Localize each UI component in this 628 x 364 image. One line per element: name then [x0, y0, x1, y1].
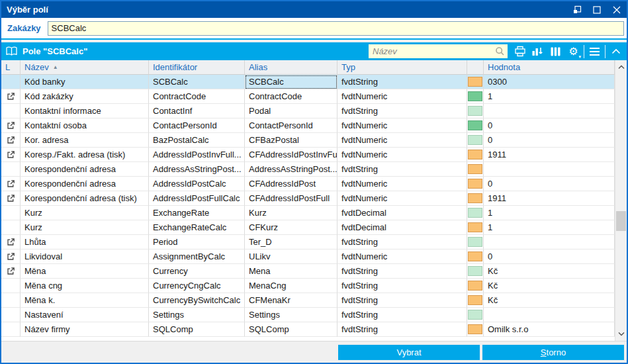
cell-identifikator: CurrencyBySwitchCalc [149, 293, 245, 308]
type-color-swatch [468, 77, 482, 87]
restore-icon[interactable] [567, 1, 587, 18]
type-color-swatch [468, 179, 482, 189]
external-link-icon[interactable] [7, 179, 15, 188]
type-color-swatch [468, 310, 482, 320]
external-link-icon[interactable] [7, 92, 15, 101]
cell-alias: Settings [245, 308, 337, 322]
cell-typ: fvdtString [337, 162, 467, 177]
external-link-icon[interactable] [7, 194, 15, 203]
table-row[interactable]: Kód zakázky ContractCode ContractCode fv… [1, 89, 615, 104]
header-identifikator[interactable]: Identifikátor [149, 60, 245, 75]
table-row[interactable]: Měna Currency Mena fvdtString Kč [1, 264, 615, 279]
menu-icon[interactable] [586, 42, 604, 60]
cell-hodnota: Kč [484, 279, 615, 293]
storno-button[interactable]: Storno [482, 345, 624, 360]
cell-nazev: Kód zakázky [21, 89, 149, 104]
header-typ[interactable]: Typ [337, 60, 467, 75]
settings-gear-icon[interactable]: ⚙ ▾ [564, 42, 582, 60]
cell-typ: fvdtNumeric [337, 89, 467, 104]
table-row[interactable]: Kód banky SCBCalc SCBCalc fvdtString 030… [1, 75, 615, 89]
scroll-up-icon[interactable] [615, 62, 627, 73]
cell-nazev: Likvidoval [21, 250, 149, 264]
collapse-panel-icon[interactable] [607, 42, 625, 60]
cell-identifikator: ContractCode [149, 89, 245, 104]
dialog-vyber-poli: Výběr polí Zakázky Pole "SCBCalc" [0, 0, 628, 364]
cell-nazev: Kontaktní informace [21, 104, 149, 118]
cell-alias: ContactPersonId [245, 118, 337, 133]
external-link-icon[interactable] [7, 238, 15, 246]
cell-nazev: Korespondenční adresa [21, 177, 149, 191]
table-row[interactable]: Korespondenční adresa AddressIdPostCalc … [1, 177, 615, 191]
sort-ascending-icon: ▲ [53, 64, 58, 70]
table-row[interactable]: Korespondenční adresa AddressAsStringPos… [1, 162, 615, 177]
header-nazev[interactable]: Název ▲ [21, 60, 149, 75]
parameter-row: Zakázky [1, 18, 627, 38]
type-color-swatch [468, 164, 482, 174]
vertical-scrollbar[interactable] [615, 60, 627, 341]
chart-icon[interactable] [529, 42, 547, 60]
cell-identifikator: ContactPersonId [149, 118, 245, 133]
cell-identifikator: Currency [149, 264, 245, 279]
cell-hodnota [484, 104, 615, 118]
cell-typ: fvdtString [337, 104, 467, 118]
cell-nazev: Koresp./Fakt. adresa (tisk) [21, 148, 149, 162]
table-row[interactable]: Název firmy SQLComp SQLComp fvdtString O… [1, 322, 615, 337]
cell-alias: CFMenaKr [245, 293, 337, 308]
cell-hodnota: 1911 [484, 191, 615, 206]
table-row[interactable]: Kor. adresa BazPostalCalc CFBazPostal fv… [1, 133, 615, 148]
cell-identifikator: AddressIdPostCalc [149, 177, 245, 191]
external-link-icon[interactable] [7, 252, 15, 261]
cell-hodnota [484, 308, 615, 322]
external-link-icon[interactable] [7, 121, 15, 130]
cell-alias: Ter_D [245, 235, 337, 250]
close-icon[interactable] [607, 1, 627, 18]
type-color-swatch [468, 193, 482, 203]
maximize-icon[interactable] [587, 1, 607, 18]
cell-alias: Kurz [245, 206, 337, 220]
cell-nazev: Korespondenční adresa [21, 162, 149, 177]
type-color-swatch [468, 150, 482, 159]
titlebar[interactable]: Výběr polí [1, 1, 627, 18]
vybrat-button[interactable]: Vybrat [338, 345, 480, 360]
cell-typ: fvdtNumeric [337, 177, 467, 191]
header-link-column[interactable]: L [1, 60, 21, 75]
table-row[interactable]: Měna cng CurrencyCngCalc MenaCng fvdtStr… [1, 279, 615, 293]
cell-identifikator: AddressIdPostInvFull... [149, 148, 245, 162]
scrollbar-thumb[interactable] [616, 211, 626, 231]
columns-icon[interactable] [547, 42, 564, 60]
table-row[interactable]: Kurz ExchangeRateCalc CFKurz fvdtDecimal… [1, 220, 615, 235]
cell-hodnota: 0300 [484, 75, 615, 89]
external-link-icon[interactable] [7, 150, 15, 159]
table-row[interactable]: Korespondenční adresa (tisk) AddressIdPo… [1, 191, 615, 206]
header-swatch-column[interactable] [467, 60, 484, 75]
type-color-swatch [468, 266, 482, 276]
table-row[interactable]: Kurz ExchangeRate Kurz fvdtDecimal 1 [1, 206, 615, 220]
table-row[interactable]: Kontaktní informace ContactInf Podal fvd… [1, 104, 615, 118]
external-link-icon[interactable] [7, 267, 15, 275]
external-link-icon[interactable] [7, 136, 15, 144]
cell-hodnota: 1911 [484, 148, 615, 162]
table-row[interactable]: Lhůta Period Ter_D fvdtString [1, 235, 615, 250]
cell-alias: AddressAsStringPost... [245, 162, 337, 177]
cell-hodnota: 0 [484, 177, 615, 191]
print-icon[interactable] [511, 42, 529, 60]
cell-identifikator: BazPostalCalc [149, 133, 245, 148]
table-row[interactable]: Nastavení Settings Settings fvdtString [1, 308, 615, 322]
panel-title: Pole "SCBCalc" [22, 46, 87, 56]
cell-alias: CFAddressIdPostFull [245, 191, 337, 206]
table-row[interactable]: Koresp./Fakt. adresa (tisk) AddressIdPos… [1, 148, 615, 162]
table-row[interactable]: Kontaktní osoba ContactPersonId ContactP… [1, 118, 615, 133]
header-alias[interactable]: Alias [245, 60, 337, 75]
cell-identifikator: ContactInf [149, 104, 245, 118]
window-controls [567, 1, 627, 18]
cell-alias: MenaCng [245, 279, 337, 293]
scroll-down-icon[interactable] [615, 328, 627, 340]
header-hodnota[interactable]: Hodnota [484, 60, 615, 75]
search-input[interactable] [373, 46, 495, 56]
table-row[interactable]: Likvidoval AssignmentByCalc ULikv fvdtNu… [1, 250, 615, 264]
type-color-swatch [468, 295, 482, 305]
cell-alias: CFAddressIdPost [245, 177, 337, 191]
zakazky-input[interactable] [48, 21, 624, 36]
cell-hodnota: 0 [484, 133, 615, 148]
table-row[interactable]: Měna k. CurrencyBySwitchCalc CFMenaKr fv… [1, 293, 615, 308]
